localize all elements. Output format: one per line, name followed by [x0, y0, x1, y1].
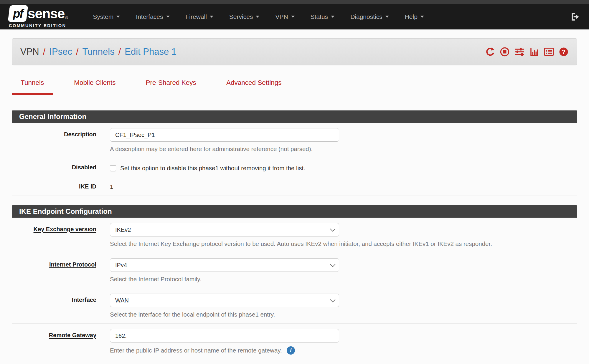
- chevron-down-icon: [256, 16, 259, 18]
- tab-mobile-clients[interactable]: Mobile Clients: [65, 79, 124, 95]
- nav-item-label: Status: [311, 13, 328, 20]
- nav-item-label: Interfaces: [136, 13, 163, 20]
- row-key-exchange: Key Exchange version IKEv2 Select the In…: [12, 218, 577, 253]
- chevron-down-icon: [420, 16, 424, 18]
- remote-gateway-label: Remote Gateway: [12, 329, 110, 339]
- logo-sense-text: sense: [28, 6, 65, 21]
- key-exchange-select[interactable]: IKEv2: [110, 223, 339, 236]
- chevron-down-icon: [330, 262, 335, 267]
- internet-protocol-select[interactable]: IPv4: [110, 258, 339, 272]
- section-general-information: General Information Description A descri…: [12, 110, 577, 196]
- refresh-icon[interactable]: [485, 47, 495, 57]
- section-title: IKE Endpoint Configuration: [12, 205, 577, 218]
- nav-item-vpn[interactable]: VPN: [267, 4, 302, 29]
- tab-pre-shared-keys[interactable]: Pre-Shared Keys: [137, 79, 205, 95]
- row-interface: Interface WAN Select the interface for t…: [12, 288, 577, 324]
- nav-item-label: Services: [229, 13, 253, 20]
- remote-gateway-input[interactable]: [110, 329, 339, 343]
- stop-icon[interactable]: [500, 47, 510, 57]
- logo-pf-text: pf: [13, 7, 23, 20]
- breadcrumb-edit-phase-1[interactable]: Edit Phase 1: [125, 47, 176, 57]
- tab-advanced-settings[interactable]: Advanced Settings: [217, 79, 291, 95]
- sign-out-icon[interactable]: [570, 12, 580, 22]
- logo-registered-mark: ®: [65, 16, 68, 20]
- sliders-icon[interactable]: [514, 47, 525, 57]
- nav-item-label: Firewall: [186, 13, 207, 20]
- chevron-down-icon: [116, 16, 120, 18]
- logo-pf-box: pf: [8, 5, 28, 22]
- breadcrumb-tunnels[interactable]: Tunnels: [83, 47, 115, 57]
- tab-bar: Tunnels Mobile Clients Pre-Shared Keys A…: [12, 79, 577, 95]
- nav-item-help[interactable]: Help: [397, 4, 432, 29]
- row-remote-gateway: Remote Gateway Enter the public IP addre…: [12, 324, 577, 360]
- pfsense-logo[interactable]: pf sense ® COMMUNITY EDITION: [9, 5, 68, 28]
- nav-item-status[interactable]: Status: [303, 4, 343, 29]
- row-disabled: Disabled Set this option to disable this…: [12, 158, 577, 177]
- chevron-down-icon: [330, 226, 335, 231]
- nav-menu: System Interfaces Firewall Services VPN …: [85, 4, 432, 29]
- disabled-label: Disabled: [12, 163, 110, 171]
- interface-help: Select the interface for the local endpo…: [110, 311, 577, 318]
- key-exchange-label: Key Exchange version: [12, 223, 110, 233]
- breadcrumb: VPN / IPsec / Tunnels / Edit Phase 1: [12, 38, 577, 65]
- description-label: Description: [12, 128, 110, 138]
- breadcrumb-vpn: VPN: [20, 47, 39, 57]
- navbar: pf sense ® COMMUNITY EDITION System Inte…: [0, 4, 589, 29]
- nav-item-label: Diagnostics: [350, 13, 382, 20]
- section-ike-endpoint: IKE Endpoint Configuration Key Exchange …: [12, 205, 577, 360]
- ike-id-label: IKE ID: [12, 183, 110, 190]
- chevron-down-icon: [291, 16, 295, 18]
- chevron-down-icon: [331, 16, 334, 18]
- nav-item-label: Help: [405, 13, 418, 20]
- interface-value: WAN: [115, 297, 129, 304]
- chevron-down-icon: [385, 16, 389, 18]
- nav-item-label: System: [93, 13, 113, 20]
- key-exchange-help: Select the Internet Key Exchange protoco…: [110, 240, 577, 247]
- interface-select[interactable]: WAN: [110, 294, 339, 307]
- logo-subtitle: COMMUNITY EDITION: [9, 23, 68, 28]
- remote-gateway-help: Enter the public IP address or host name…: [110, 347, 282, 354]
- nav-item-firewall[interactable]: Firewall: [178, 4, 221, 29]
- tab-tunnels[interactable]: Tunnels: [12, 79, 53, 95]
- breadcrumb-separator: /: [43, 47, 46, 57]
- disabled-checkbox[interactable]: [110, 165, 116, 171]
- nav-item-diagnostics[interactable]: Diagnostics: [342, 4, 397, 29]
- svg-text:?: ?: [562, 48, 566, 55]
- nav-item-system[interactable]: System: [85, 4, 128, 29]
- bar-chart-icon[interactable]: [529, 47, 539, 57]
- nav-item-label: VPN: [275, 13, 288, 20]
- description-input[interactable]: [110, 128, 339, 142]
- internet-protocol-label: Internet Protocol: [12, 258, 110, 268]
- internet-protocol-value: IPv4: [115, 262, 127, 269]
- ike-id-value: 1: [110, 183, 577, 190]
- breadcrumb-action-icons: ?: [485, 47, 569, 57]
- breadcrumb-separator: /: [76, 47, 79, 57]
- breadcrumb-separator: /: [118, 47, 121, 57]
- breadcrumb-ipsec[interactable]: IPsec: [49, 47, 72, 57]
- row-internet-protocol: Internet Protocol IPv4 Select the Intern…: [12, 253, 577, 288]
- nav-item-interfaces[interactable]: Interfaces: [128, 4, 177, 29]
- top-strip: [0, 0, 589, 4]
- log-icon[interactable]: [544, 47, 554, 57]
- row-description: Description A description may be entered…: [12, 123, 577, 158]
- chevron-down-icon: [166, 16, 170, 18]
- key-exchange-value: IKEv2: [115, 226, 131, 233]
- interface-label: Interface: [12, 294, 110, 303]
- row-ike-id: IKE ID 1: [12, 177, 577, 196]
- section-title: General Information: [12, 110, 577, 123]
- chevron-down-icon: [330, 297, 335, 302]
- chevron-down-icon: [210, 16, 213, 18]
- internet-protocol-help: Select the Internet Protocol family.: [110, 276, 577, 283]
- nav-item-services[interactable]: Services: [221, 4, 268, 29]
- help-icon[interactable]: ?: [559, 47, 569, 57]
- disabled-checkbox-text: Set this option to disable this phase1 w…: [120, 165, 305, 172]
- info-icon[interactable]: i: [287, 346, 295, 355]
- description-help: A description may be entered here for ad…: [110, 145, 577, 153]
